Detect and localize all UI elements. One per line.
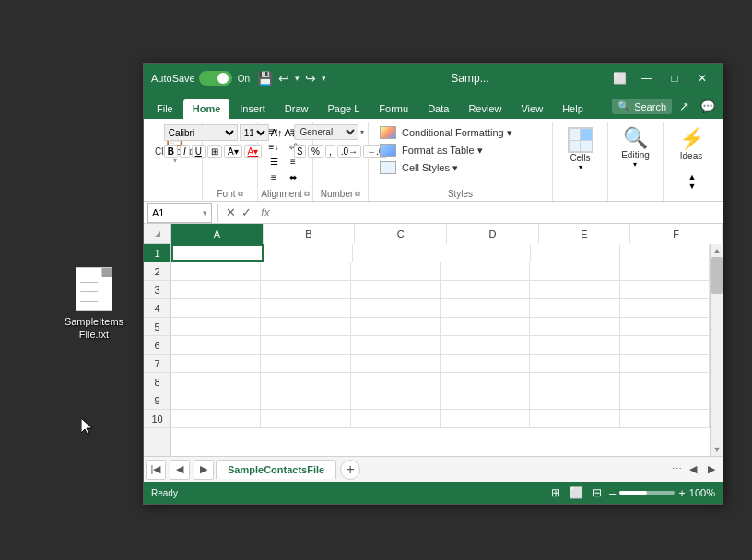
cells-button[interactable]: Cells ▾ — [560, 124, 601, 174]
cell-E9[interactable] — [530, 391, 619, 409]
cell-A8[interactable] — [171, 373, 261, 391]
cell-styles-button[interactable]: Cell Styles ▾ — [376, 159, 462, 176]
font-launcher-icon[interactable]: ⧉ — [238, 190, 243, 199]
row-header-4[interactable]: 4 — [144, 299, 170, 318]
tab-file[interactable]: File — [147, 99, 182, 119]
tab-formulas[interactable]: Formu — [370, 99, 417, 119]
cell-D10[interactable] — [441, 410, 530, 427]
cell-E3[interactable] — [530, 281, 619, 298]
row-header-1[interactable]: 1 — [144, 244, 170, 262]
add-sheet-button[interactable]: + — [340, 460, 360, 480]
row-header-5[interactable]: 5 — [144, 318, 170, 336]
confirm-formula-icon[interactable]: ✓ — [240, 204, 253, 221]
vertical-scrollbar[interactable]: ▲ ▼ — [710, 244, 723, 456]
customize-quick-access-icon[interactable]: ▾ — [322, 74, 326, 83]
currency-button[interactable]: $ — [294, 145, 307, 158]
tab-home[interactable]: Home — [183, 99, 230, 119]
cell-C5[interactable] — [351, 318, 441, 335]
desktop-icon-sampleitems[interactable]: ───────── SampleItemsFile.txt — [57, 267, 131, 342]
cell-B8[interactable] — [261, 373, 350, 391]
col-header-D[interactable]: D — [447, 224, 539, 244]
cell-D7[interactable] — [441, 355, 530, 372]
cell-C8[interactable] — [351, 373, 441, 391]
tab-page-layout[interactable]: Page L — [318, 99, 369, 119]
search-box[interactable]: 🔍 Search — [612, 99, 672, 114]
cell-D5[interactable] — [441, 318, 530, 335]
zoom-out-icon[interactable]: – — [609, 486, 616, 500]
percent-button[interactable]: % — [308, 145, 323, 158]
cell-E10[interactable] — [530, 410, 619, 427]
cell-A5[interactable] — [171, 318, 261, 335]
row-header-6[interactable]: 6 — [144, 336, 170, 355]
scroll-up-arrow[interactable]: ▲ — [711, 244, 723, 257]
cell-D1[interactable] — [441, 244, 531, 262]
cell-A10[interactable] — [171, 410, 261, 427]
tab-review[interactable]: Review — [459, 99, 511, 119]
row-header-2[interactable]: 2 — [144, 262, 170, 281]
cell-B4[interactable] — [261, 299, 350, 317]
page-break-view-icon[interactable]: ⊟ — [591, 484, 604, 501]
cell-C3[interactable] — [351, 281, 441, 298]
format-as-table-button[interactable]: Format as Table ▾ — [376, 142, 487, 158]
cell-E8[interactable] — [530, 373, 619, 391]
bold-button[interactable]: B — [164, 145, 178, 158]
sheet-tab-samplecontacts[interactable]: SampleContactsFile — [216, 460, 336, 479]
tab-draw[interactable]: Draw — [276, 99, 318, 119]
cell-C9[interactable] — [351, 391, 441, 409]
col-header-B[interactable]: B — [264, 224, 356, 244]
cell-F8[interactable] — [620, 373, 710, 391]
cell-B10[interactable] — [261, 410, 350, 427]
tab-help[interactable]: Help — [553, 99, 593, 119]
formula-input[interactable] — [278, 202, 723, 223]
align-left-icon[interactable]: ☰ — [265, 155, 282, 168]
sheet-nav-prev[interactable]: ◀ — [170, 460, 190, 480]
comments-icon[interactable]: 💬 — [697, 98, 719, 115]
number-format-select[interactable]: General — [294, 124, 358, 140]
redo-icon[interactable]: ↪ — [305, 71, 316, 86]
cell-B9[interactable] — [261, 391, 350, 409]
cell-C1[interactable] — [353, 244, 442, 262]
cell-A6[interactable] — [171, 336, 261, 354]
cell-D9[interactable] — [441, 391, 530, 409]
cell-A4[interactable] — [171, 299, 261, 317]
cell-D6[interactable] — [441, 336, 530, 354]
cell-F3[interactable] — [620, 281, 710, 298]
cell-A3[interactable] — [171, 281, 261, 298]
cell-B1[interactable] — [264, 244, 353, 262]
cell-C2[interactable] — [351, 262, 441, 280]
align-top-icon[interactable]: ≡↑ — [265, 124, 282, 137]
align-bottom-icon[interactable]: ≡↓ — [265, 140, 282, 153]
col-header-E[interactable]: E — [539, 224, 631, 244]
scrollbar-track[interactable] — [711, 257, 723, 443]
row-header-10[interactable]: 10 — [144, 410, 170, 428]
cell-F6[interactable] — [620, 336, 710, 354]
cell-A9[interactable] — [171, 391, 261, 409]
tab-insert[interactable]: Insert — [230, 99, 275, 119]
cell-B3[interactable] — [261, 281, 350, 298]
cell-F4[interactable] — [620, 299, 710, 317]
select-all-button[interactable] — [144, 224, 171, 244]
tab-view[interactable]: View — [511, 99, 552, 119]
cell-E7[interactable] — [530, 355, 619, 372]
alignment-launcher-icon[interactable]: ⧉ — [304, 190, 310, 199]
undo-dropdown-icon[interactable]: ▾ — [295, 74, 300, 83]
cell-B2[interactable] — [261, 262, 350, 280]
underline-button[interactable]: U — [192, 145, 206, 158]
cell-F2[interactable] — [620, 262, 710, 280]
col-header-F[interactable]: F — [630, 224, 723, 244]
cell-D8[interactable] — [441, 373, 530, 391]
row-header-8[interactable]: 8 — [144, 373, 170, 391]
cell-C7[interactable] — [351, 355, 441, 372]
tab-data[interactable]: Data — [418, 99, 458, 119]
ribbon-display-btn[interactable]: ⬜ — [606, 67, 632, 89]
ribbon-scroll-right[interactable]: ▲▼ — [687, 164, 697, 199]
increase-decimal-button[interactable]: .0→ — [337, 145, 361, 158]
minimize-btn[interactable]: — — [634, 67, 660, 89]
scroll-down-arrow[interactable]: ▼ — [711, 443, 723, 456]
align-right-icon[interactable]: ≡ — [265, 170, 282, 183]
cell-F10[interactable] — [620, 410, 710, 427]
number-launcher-icon[interactable]: ⧉ — [355, 190, 360, 199]
cell-A1[interactable] — [171, 244, 264, 262]
undo-icon[interactable]: ↩ — [278, 71, 289, 86]
number-format-dropdown-icon[interactable]: ▾ — [360, 128, 364, 136]
